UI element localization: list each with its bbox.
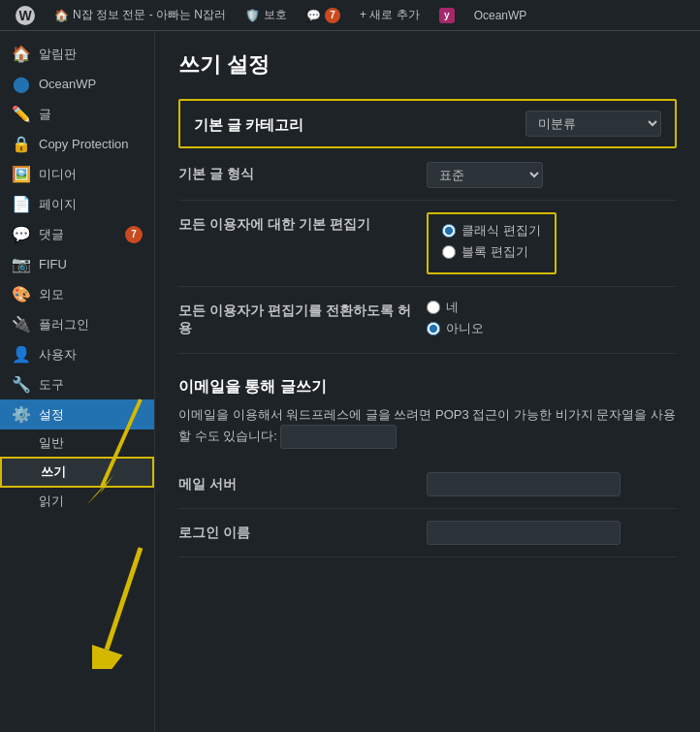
sidebar-item-label: 알림판 [39, 46, 143, 63]
main-layout: 🏠 알림판 ⬤ OceanWP ✏️ 글 🔒 Copy Protection 🖼… [0, 31, 700, 732]
page-title: 쓰기 설정 [178, 50, 677, 80]
media-icon: 🖼️ [12, 165, 31, 183]
sidebar-item-tools[interactable]: 🔧 도구 [0, 369, 154, 399]
sidebar-item-media[interactable]: 🖼️ 미디어 [0, 159, 154, 189]
pages-icon: 📄 [12, 195, 31, 213]
sidebar-item-label: 외모 [39, 286, 143, 303]
comments-button[interactable]: 💬 7 [299, 0, 348, 30]
sidebar-item-label: 댓글 [39, 226, 117, 243]
email-section-title: 이메일을 통해 글쓰기 [178, 377, 677, 398]
editor-block-radio[interactable] [442, 245, 456, 259]
login-name-row: 로그인 이름 [178, 509, 677, 557]
default-format-row: 기본 글 형식 표준 [178, 150, 677, 201]
editor-classic-option[interactable]: 클래식 편집기 [442, 222, 541, 239]
sidebar-item-label: 미디어 [39, 166, 143, 183]
mail-server-label: 메일 서버 [178, 472, 411, 493]
sidebar-item-oceanwp[interactable]: ⬤ OceanWP [0, 69, 154, 99]
submenu-item-writing[interactable]: 쓰기 [0, 457, 154, 488]
shield-icon: 🛡️ [245, 9, 260, 22]
oceanwp-sidebar-icon: ⬤ [12, 75, 31, 93]
sidebar-item-label: 플러그인 [39, 316, 143, 334]
submenu-item-general[interactable]: 일반 [0, 430, 154, 457]
login-name-input[interactable] [427, 521, 620, 545]
allow-switch-no-radio[interactable] [427, 322, 440, 335]
site-home-button[interactable]: 🏠 N잡 정보 전문 - 아빠는 N잡러 [47, 0, 234, 30]
allow-switch-label: 모든 이용자가 편집기를 전환하도록 허용 [178, 299, 411, 337]
mail-server-input[interactable] [427, 472, 620, 496]
default-category-select[interactable]: 미분류 [525, 111, 661, 137]
editor-block-option[interactable]: 블록 편집기 [442, 243, 541, 261]
admin-bar: W 🏠 N잡 정보 전문 - 아빠는 N잡러 🛡️ 보호 💬 7 + 새로 추가… [0, 0, 700, 31]
comment-icon: 💬 [306, 9, 321, 22]
home-icon: 🏠 [54, 9, 69, 22]
lock-icon: 🔒 [12, 135, 31, 153]
allow-switch-row: 모든 이용자가 편집기를 전환하도록 허용 네 아니오 [178, 287, 677, 354]
sidebar-item-plugins[interactable]: 🔌 플러그인 [0, 309, 154, 339]
editor-options-box: 클래식 편집기 블록 편집기 [427, 212, 557, 274]
fifu-icon: 📷 [12, 255, 31, 273]
login-name-control [427, 521, 677, 545]
editor-block-label: 블록 편집기 [461, 243, 528, 261]
sidebar-item-label: FIFU [39, 257, 143, 271]
allow-switch-yes-option[interactable]: 네 [427, 299, 677, 316]
allow-switch-no-label: 아니오 [446, 320, 484, 337]
sidebar-item-dashboard[interactable]: 🏠 알림판 [0, 39, 154, 69]
sidebar-item-posts[interactable]: ✏️ 글 [0, 99, 154, 129]
sidebar-item-pages[interactable]: 📄 페이지 [0, 189, 154, 219]
editor-classic-radio[interactable] [442, 224, 456, 238]
allow-switch-yes-radio[interactable] [427, 301, 440, 314]
add-new-button[interactable]: + 새로 추가 [352, 0, 428, 30]
submenu-item-reading[interactable]: 읽기 [0, 488, 154, 515]
oceanwp-button[interactable]: OceanWP [466, 0, 535, 30]
default-category-label: 기본 글 카테고리 [194, 112, 303, 135]
posts-icon: ✏️ [12, 105, 31, 123]
protection-button[interactable]: 🛡️ 보호 [238, 0, 295, 30]
comments-sidebar-icon: 💬 [12, 225, 31, 243]
default-editor-label: 모든 이용자에 대한 기본 편집기 [178, 212, 411, 234]
default-format-label: 기본 글 형식 [178, 162, 411, 183]
add-new-label: + 새로 추가 [360, 7, 420, 23]
sidebar: 🏠 알림판 ⬤ OceanWP ✏️ 글 🔒 Copy Protection 🖼… [0, 31, 155, 732]
tools-icon: 🔧 [12, 375, 31, 394]
wp-logo-button[interactable]: W [8, 0, 43, 30]
yoast-button[interactable]: y [431, 0, 462, 30]
comments-badge: 7 [325, 8, 340, 23]
sidebar-item-appearance[interactable]: 🎨 외모 [0, 279, 154, 309]
sidebar-item-label: 설정 [39, 406, 143, 424]
default-format-control: 표준 [427, 162, 677, 188]
plugins-icon: 🔌 [12, 315, 31, 334]
sidebar-item-label: OceanWP [39, 77, 143, 91]
users-icon: 👤 [12, 345, 31, 364]
default-format-select[interactable]: 표준 [427, 162, 543, 188]
appearance-icon: 🎨 [12, 285, 31, 303]
comments-count-badge: 7 [125, 226, 143, 243]
default-category-row: 기본 글 카테고리 미분류 [178, 99, 677, 148]
allow-switch-no-option[interactable]: 아니오 [427, 320, 677, 337]
email-secret-input[interactable] [280, 425, 397, 449]
allow-switch-yes-label: 네 [446, 299, 459, 316]
default-editor-control: 클래식 편집기 블록 편집기 [427, 212, 677, 274]
sidebar-item-settings[interactable]: ⚙️ 설정 [0, 399, 154, 430]
sidebar-item-comments[interactable]: 💬 댓글 7 [0, 219, 154, 249]
yoast-icon: y [439, 8, 455, 23]
sidebar-item-label: Copy Protection [39, 137, 143, 151]
wp-logo-icon: W [16, 6, 35, 25]
sidebar-item-users[interactable]: 👤 사용자 [0, 339, 154, 369]
email-section: 이메일을 통해 글쓰기 이메일을 이용해서 워드프레스에 글을 쓰려면 POP3… [178, 354, 677, 557]
settings-submenu: 일반 쓰기 읽기 [0, 430, 154, 515]
sidebar-item-fifu[interactable]: 📷 FIFU [0, 249, 154, 279]
default-category-control: 미분류 [525, 111, 661, 137]
mail-server-control [427, 472, 677, 496]
site-title: N잡 정보 전문 - 아빠는 N잡러 [73, 7, 226, 23]
sidebar-item-label: 글 [39, 106, 143, 123]
settings-icon: ⚙️ [12, 405, 31, 424]
default-editor-row: 모든 이용자에 대한 기본 편집기 클래식 편집기 블록 편집기 [178, 201, 677, 287]
sidebar-item-label: 도구 [39, 376, 143, 394]
sidebar-item-copy-protection[interactable]: 🔒 Copy Protection [0, 129, 154, 159]
oceanwp-label: OceanWP [474, 9, 527, 22]
sidebar-item-label: 사용자 [39, 346, 143, 364]
allow-switch-control: 네 아니오 [427, 299, 677, 341]
sidebar-menu: 🏠 알림판 ⬤ OceanWP ✏️ 글 🔒 Copy Protection 🖼… [0, 31, 154, 430]
mail-server-row: 메일 서버 [178, 461, 677, 509]
editor-classic-label: 클래식 편집기 [461, 222, 541, 239]
